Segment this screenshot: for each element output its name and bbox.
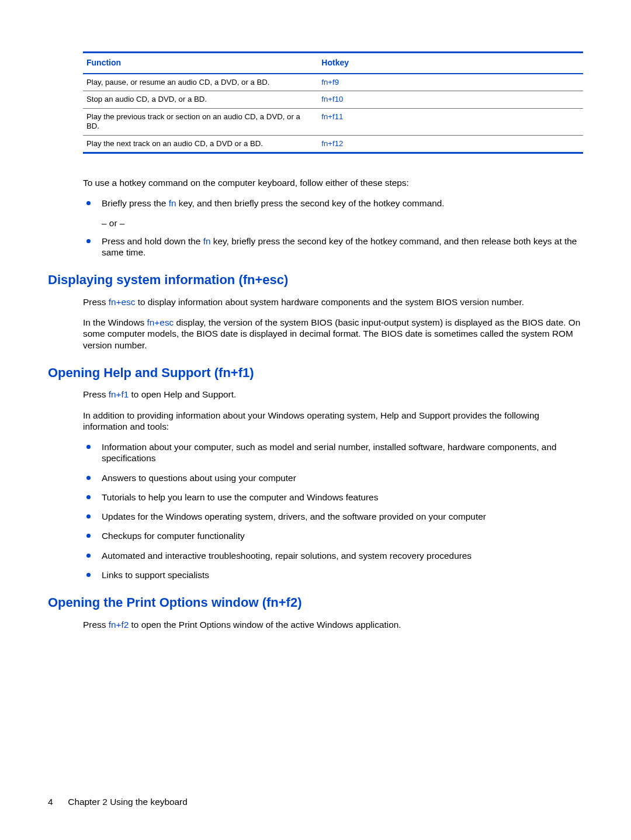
table-header-hotkey: Hotkey — [318, 53, 583, 74]
list-item: Updates for the Windows operating system… — [83, 511, 583, 522]
hotkey-inline: fn+f1 — [109, 389, 129, 399]
list-item: Press and hold down the fn key, briefly … — [83, 236, 583, 258]
content-column: Function Hotkey Play, pause, or resume a… — [83, 51, 583, 630]
intro-bullet-list: Briefly press the fn key, and then brief… — [83, 198, 583, 258]
list-item-text: Updates for the Windows operating system… — [102, 511, 486, 521]
table-row: Play, pause, or resume an audio CD, a DV… — [83, 74, 583, 91]
section-heading-help: Opening Help and Support (fn+f1) — [48, 365, 583, 381]
fn-key: fn — [169, 198, 176, 208]
bullet-text-pre: Briefly press the — [102, 198, 169, 208]
text: to display information about system hard… — [135, 297, 524, 307]
table-row: Play the previous track or section on an… — [83, 108, 583, 135]
list-item: Briefly press the fn key, and then brief… — [83, 198, 583, 229]
sysinfo-paragraph-2: In the Windows fn+esc display, the versi… — [83, 317, 583, 351]
list-item-text: Tutorials to help you learn to use the c… — [102, 492, 378, 502]
print-paragraph-1: Press fn+f2 to open the Print Options wi… — [83, 619, 583, 630]
bullet-text-post: key, and then briefly press the second k… — [176, 198, 444, 208]
page-container: Function Hotkey Play, pause, or resume a… — [0, 0, 631, 840]
list-item-text: Information about your computer, such as… — [102, 442, 557, 463]
list-item: Automated and interactive troubleshootin… — [83, 550, 583, 561]
chapter-label: Chapter 2 Using the keyboard — [68, 797, 187, 807]
hotkey-inline: fn+f2 — [109, 620, 129, 630]
cell-function: Play, pause, or resume an audio CD, a DV… — [83, 74, 318, 91]
text: to open the Print Options window of the … — [129, 620, 401, 630]
cell-hotkey: fn+f10 — [318, 91, 583, 109]
sysinfo-paragraph-1: Press fn+esc to display information abou… — [83, 296, 583, 307]
or-separator: – or – — [102, 217, 583, 229]
text: Press — [83, 389, 109, 399]
intro-paragraph: To use a hotkey command on the computer … — [83, 177, 583, 188]
cell-hotkey: fn+f12 — [318, 135, 583, 153]
page-footer: 4 Chapter 2 Using the keyboard — [48, 796, 188, 807]
help-items-list: Information about your computer, such as… — [83, 441, 583, 580]
text: Press — [83, 620, 109, 630]
page-number: 4 — [48, 796, 65, 807]
cell-function: Stop an audio CD, a DVD, or a BD. — [83, 91, 318, 109]
hotkey-inline: fn+esc — [147, 317, 174, 327]
cell-hotkey: fn+f9 — [318, 74, 583, 91]
help-paragraph-2: In addition to providing information abo… — [83, 410, 583, 433]
list-item-text: Links to support specialists — [102, 570, 209, 580]
text: In the Windows — [83, 317, 147, 327]
text: to open Help and Support. — [129, 389, 236, 399]
list-item: Tutorials to help you learn to use the c… — [83, 492, 583, 503]
section-heading-print: Opening the Print Options window (fn+f2) — [48, 594, 583, 611]
hotkey-table: Function Hotkey Play, pause, or resume a… — [83, 51, 583, 154]
hotkey-inline: fn+esc — [109, 297, 136, 307]
help-paragraph-1: Press fn+f1 to open Help and Support. — [83, 389, 583, 400]
cell-function: Play the next track on an audio CD, a DV… — [83, 135, 318, 153]
list-item-text: Checkups for computer functionality — [102, 531, 245, 541]
list-item-text: Automated and interactive troubleshootin… — [102, 551, 471, 561]
table-row: Play the next track on an audio CD, a DV… — [83, 135, 583, 153]
table-row: Stop an audio CD, a DVD, or a BD. fn+f10 — [83, 91, 583, 109]
list-item-text: Answers to questions about using your co… — [102, 473, 296, 483]
section-heading-sysinfo: Displaying system information (fn+esc) — [48, 272, 583, 288]
table-header-function: Function — [83, 53, 318, 74]
cell-hotkey: fn+f11 — [318, 108, 583, 135]
fn-key: fn — [203, 236, 211, 246]
cell-function: Play the previous track or section on an… — [83, 108, 318, 135]
list-item: Information about your computer, such as… — [83, 441, 583, 464]
text: Press — [83, 297, 109, 307]
list-item: Checkups for computer functionality — [83, 530, 583, 541]
list-item: Answers to questions about using your co… — [83, 472, 583, 483]
bullet-text-pre: Press and hold down the — [102, 236, 203, 246]
list-item: Links to support specialists — [83, 569, 583, 580]
